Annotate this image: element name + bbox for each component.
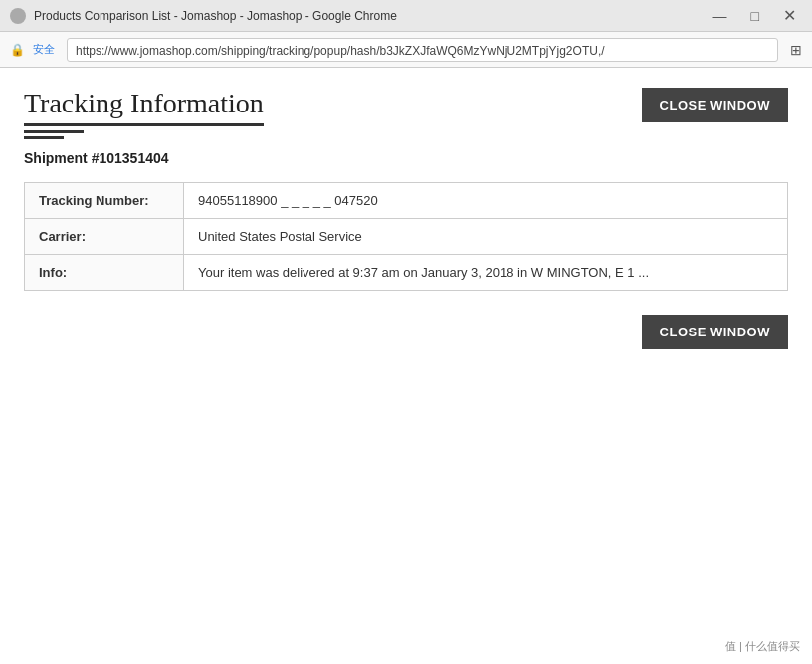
address-bar: 🔒 安全 https://www.jomashop.com/shipping/t…: [0, 32, 812, 68]
minimize-button[interactable]: —: [708, 6, 733, 26]
title-block: Tracking Information: [24, 88, 264, 142]
shipment-number: Shipment #101351404: [24, 150, 788, 166]
header-row: Tracking Information CLOSE WINDOW: [24, 88, 788, 142]
table-row-tracking: Tracking Number: 94055118900 _ _ _ _ _ 0…: [25, 183, 788, 219]
browser-controls: — □ ✕: [708, 4, 802, 27]
close-window-button-top[interactable]: CLOSE WINDOW: [642, 88, 788, 122]
info-value: Your item was delivered at 9:37 am on Ja…: [184, 255, 788, 291]
page-content: Tracking Information CLOSE WINDOW Shipme…: [0, 68, 812, 664]
close-window-button-bottom[interactable]: CLOSE WINDOW: [642, 315, 788, 349]
bottom-close-row: CLOSE WINDOW: [24, 315, 788, 349]
translate-icon[interactable]: ⊞: [790, 42, 802, 58]
browser-title-bar: Products Comparison List - Jomashop - Jo…: [0, 0, 812, 32]
table-row-info: Info: Your item was delivered at 9:37 am…: [25, 255, 788, 291]
maximize-button[interactable]: □: [745, 6, 765, 26]
tracking-table: Tracking Number: 94055118900 _ _ _ _ _ 0…: [24, 182, 788, 291]
secure-label: 安全: [33, 42, 55, 57]
table-row-carrier: Carrier: United States Postal Service: [25, 219, 788, 255]
underline-2: [24, 136, 64, 139]
page-title: Tracking Information: [24, 88, 264, 126]
url-bar[interactable]: https://www.jomashop.com/shipping/tracki…: [67, 38, 778, 62]
info-label: Info:: [25, 255, 184, 291]
carrier-value: United States Postal Service: [184, 219, 788, 255]
lock-icon: 🔒: [10, 43, 25, 57]
watermark: 值 | 什么值得买: [725, 639, 800, 654]
loading-icon: [10, 8, 26, 24]
underline-1: [24, 130, 84, 133]
browser-tab-title: Products Comparison List - Jomashop - Jo…: [34, 9, 397, 23]
carrier-label: Carrier:: [25, 219, 184, 255]
browser-title-left: Products Comparison List - Jomashop - Jo…: [10, 8, 397, 24]
tracking-number-value: 94055118900 _ _ _ _ _ 047520: [184, 183, 788, 219]
title-underlines: [24, 130, 264, 139]
tracking-number-label: Tracking Number:: [25, 183, 184, 219]
close-browser-button[interactable]: ✕: [777, 4, 802, 27]
